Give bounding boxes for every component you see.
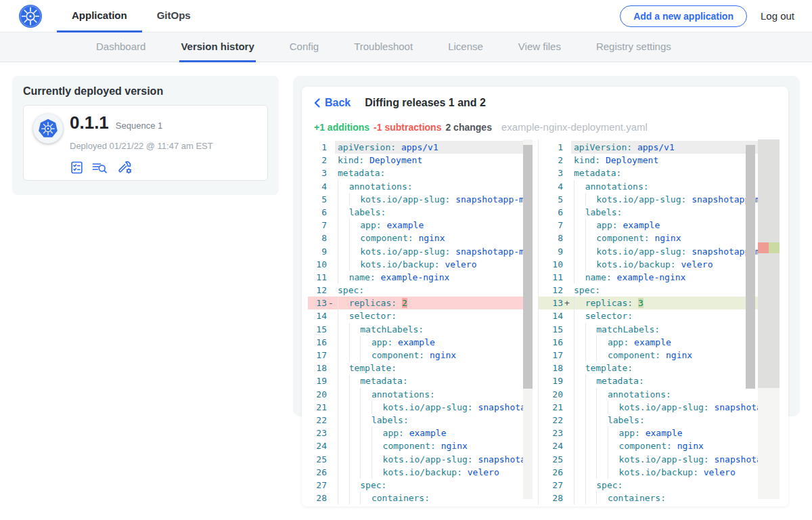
scrollbar-thumb[interactable] <box>523 145 533 389</box>
line-number: 20 <box>539 388 571 401</box>
code-line[interactable]: 11name: example-nginx <box>308 271 533 284</box>
release-notes-button[interactable] <box>70 160 84 175</box>
code-line[interactable]: 5kots.io/app-slug: snapshotapp-mu <box>539 193 758 206</box>
code-line[interactable]: 13-replicas: 2 <box>308 297 533 309</box>
code-line[interactable]: 6labels: <box>308 206 533 219</box>
view-logs-button[interactable] <box>91 160 110 175</box>
code-line[interactable]: 3metadata: <box>539 167 758 179</box>
code-line[interactable]: 25kots.io/app-slug: snapshotap <box>539 453 758 466</box>
line-number: 3 <box>539 167 571 179</box>
code-line[interactable]: 8component: nginx <box>308 232 533 244</box>
code-line[interactable]: 17component: nginx <box>539 349 758 362</box>
line-number: 25 <box>539 453 571 466</box>
subnav-item-view-files[interactable]: View files <box>517 32 562 62</box>
code-line[interactable]: 27spec: <box>539 479 758 492</box>
code-line[interactable]: 4annotations: <box>308 180 533 193</box>
line-number: 1 <box>539 141 571 154</box>
code-line[interactable]: 16app: example <box>539 336 758 349</box>
code-line[interactable]: 10kots.io/backup: velero <box>308 258 533 271</box>
subnav-item-license[interactable]: License <box>447 32 484 62</box>
diff-pane-modified[interactable]: 1apiVersion: apps/v12kind: Deployment3me… <box>538 139 758 505</box>
code-line[interactable]: 2kind: Deployment <box>539 154 758 167</box>
code-line[interactable]: 22labels: <box>308 414 533 427</box>
code-line[interactable]: 19metadata: <box>308 374 533 387</box>
line-number: 11 <box>308 271 335 284</box>
diff-title: Diffing releases 1 and 2 <box>365 97 486 109</box>
code-line[interactable]: 18template: <box>308 362 533 374</box>
code-line[interactable]: 9kots.io/app-slug: snapshotapp-mu <box>308 245 533 258</box>
back-link[interactable]: Back <box>314 97 351 109</box>
add-application-button[interactable]: Add a new application <box>620 5 747 27</box>
code-line[interactable]: 28containers: <box>539 492 758 504</box>
tab-application[interactable]: Application <box>57 0 142 32</box>
subnav-item-config[interactable]: Config <box>288 32 320 62</box>
code-line[interactable]: 9kots.io/app-slug: snapshotapp-mu <box>539 245 758 258</box>
code-line[interactable]: 18template: <box>539 362 758 374</box>
line-number: 9 <box>539 245 571 258</box>
code-line[interactable]: 28containers: <box>308 492 533 504</box>
line-number: 4 <box>308 180 335 193</box>
code-line[interactable]: 1apiVersion: apps/v1 <box>539 141 758 154</box>
code-line[interactable]: 1apiVersion: apps/v1 <box>308 141 533 154</box>
code-line[interactable]: 22labels: <box>539 414 758 427</box>
code-line[interactable]: 16app: example <box>308 336 533 349</box>
deployed-version-tile: 0.1.1Sequence 1 Deployed 01/21/22 @ 11:4… <box>23 105 268 181</box>
code-line[interactable]: 26kots.io/backup: velero <box>539 466 758 479</box>
code-line[interactable]: 5kots.io/app-slug: snapshotapp-mu <box>308 193 533 206</box>
diff-editor: 1apiVersion: apps/v12kind: Deployment3me… <box>308 139 780 505</box>
line-number: 28 <box>539 492 571 504</box>
code-line[interactable]: 14selector: <box>308 309 533 322</box>
line-number: 2 <box>539 154 571 167</box>
line-number: 16 <box>308 336 335 349</box>
view-config-button[interactable] <box>118 160 133 175</box>
code-line[interactable]: 15matchLabels: <box>308 323 533 336</box>
line-number: 17 <box>539 349 571 362</box>
code-line[interactable]: 2kind: Deployment <box>308 154 533 167</box>
changes-count: 2 changes <box>445 122 491 133</box>
code-line[interactable]: 8component: nginx <box>539 232 758 244</box>
code-line[interactable]: 26kots.io/backup: velero <box>308 466 533 479</box>
code-line[interactable]: 27spec: <box>308 479 533 492</box>
diff-pane-original[interactable]: 1apiVersion: apps/v12kind: Deployment3me… <box>308 139 533 505</box>
line-number: 27 <box>539 479 571 492</box>
code-line[interactable]: 14selector: <box>539 309 758 322</box>
code-line[interactable]: 23app: example <box>308 427 533 439</box>
line-number: 12 <box>308 284 335 297</box>
code-line[interactable]: 24component: nginx <box>308 439 533 452</box>
code-line[interactable]: 25kots.io/app-slug: snapshotap <box>308 453 533 466</box>
scrollbar-thumb[interactable] <box>746 145 755 389</box>
code-line[interactable]: 20annotations: <box>539 388 758 401</box>
code-line[interactable]: 13+replicas: 3 <box>539 297 758 309</box>
version-actions <box>70 160 133 175</box>
code-line[interactable]: 10kots.io/backup: velero <box>539 258 758 271</box>
app-sub-nav: DashboardVersion historyConfigTroublesho… <box>0 32 812 62</box>
code-line[interactable]: 3metadata: <box>308 167 533 179</box>
code-line[interactable]: 11name: example-nginx <box>539 271 758 284</box>
subnav-item-dashboard[interactable]: Dashboard <box>95 32 147 62</box>
subnav-item-troubleshoot[interactable]: Troubleshoot <box>353 32 414 62</box>
line-number: 14 <box>539 309 571 322</box>
subnav-item-registry-settings[interactable]: Registry settings <box>595 32 673 62</box>
code-line[interactable]: 19metadata: <box>539 374 758 387</box>
scrollbar-track[interactable] <box>746 139 755 499</box>
scrollbar-track[interactable] <box>523 139 533 499</box>
code-line[interactable]: 7app: example <box>308 219 533 232</box>
code-line[interactable]: 21kots.io/app-slug: snapshotap <box>539 401 758 414</box>
code-line[interactable]: 15matchLabels: <box>539 323 758 336</box>
code-line[interactable]: 17component: nginx <box>308 349 533 362</box>
line-number: 1 <box>308 141 335 154</box>
diff-overview-ruler[interactable] <box>758 139 780 499</box>
code-line[interactable]: 12spec: <box>539 284 758 297</box>
code-line[interactable]: 12spec: <box>308 284 533 297</box>
code-line[interactable]: 7app: example <box>539 219 758 232</box>
logout-button[interactable]: Log out <box>761 10 794 22</box>
currently-deployed-card: Currently deployed version <box>12 76 279 195</box>
code-line[interactable]: 4annotations: <box>539 180 758 193</box>
code-line[interactable]: 21kots.io/app-slug: snapshotap <box>308 401 533 414</box>
code-line[interactable]: 6labels: <box>539 206 758 219</box>
code-line[interactable]: 24component: nginx <box>539 439 758 452</box>
code-line[interactable]: 23app: example <box>539 427 758 439</box>
subnav-item-version-history[interactable]: Version history <box>179 32 255 62</box>
tab-gitops[interactable]: GitOps <box>142 0 206 32</box>
code-line[interactable]: 20annotations: <box>308 388 533 401</box>
